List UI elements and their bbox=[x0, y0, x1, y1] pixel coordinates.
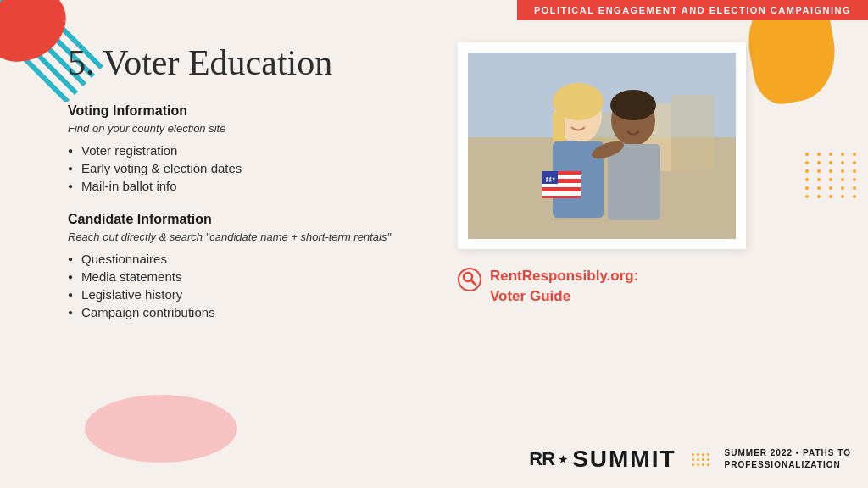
svg-rect-17 bbox=[608, 144, 660, 220]
voting-info-subtitle: Find on your county election site bbox=[68, 122, 407, 135]
svg-rect-9 bbox=[671, 95, 714, 171]
svg-point-27 bbox=[459, 269, 481, 291]
voter-guide-text: RentResponsibly.org: Voter Guide bbox=[490, 266, 638, 307]
list-item: Campaign contributions bbox=[68, 303, 407, 321]
svg-text:★★: ★★ bbox=[545, 178, 553, 183]
summit-subtitle: SUMMER 2022 • PATHS TO PROFESSIONALIZATI… bbox=[725, 447, 851, 471]
list-item: Mail-in ballot info bbox=[68, 177, 407, 195]
candidate-info-subtitle: Reach out directly & search "candidate n… bbox=[68, 230, 407, 243]
top-banner: POLITICAL ENGAGEMENT AND ELECTION CAMPAI… bbox=[517, 0, 868, 20]
summit-text: SUMMIT bbox=[572, 446, 676, 473]
list-item: Voter registration bbox=[68, 141, 407, 159]
page-title: 5. Voter Education bbox=[68, 42, 407, 83]
svg-line-29 bbox=[471, 280, 476, 285]
voting-info-section: Voting Information Find on your county e… bbox=[68, 103, 407, 195]
branding-area: RR ★ SUMMIT SUMMER 2022 • PATHS TO PROFE… bbox=[529, 446, 851, 473]
star-icon: ★ bbox=[558, 452, 569, 466]
list-item: Legislative history bbox=[68, 286, 407, 303]
photo-card: ★★★ ★★ bbox=[458, 42, 746, 249]
voting-info-heading: Voting Information bbox=[68, 103, 407, 119]
candidate-info-section: Candidate Information Reach out directly… bbox=[68, 212, 407, 321]
rr-summit-logo: RR ★ SUMMIT bbox=[529, 446, 676, 473]
svg-rect-21 bbox=[542, 191, 581, 196]
list-item: Media statements bbox=[68, 268, 407, 286]
voter-guide-link[interactable]: RentResponsibly.org: Voter Guide bbox=[458, 266, 638, 307]
main-content: 5. Voter Education Voting Information Fi… bbox=[0, 0, 868, 488]
left-column: 5. Voter Education Voting Information Fi… bbox=[0, 0, 441, 488]
right-column: ★★★ ★★ RentResponsibly.org: Voter Guide bbox=[441, 0, 868, 488]
svg-point-16 bbox=[610, 90, 656, 120]
list-item: Early voting & election dates bbox=[68, 159, 407, 177]
list-item: Questionnaires bbox=[68, 250, 407, 268]
photo-image: ★★★ ★★ bbox=[468, 53, 736, 239]
candidate-info-heading: Candidate Information bbox=[68, 212, 407, 227]
search-icon bbox=[458, 268, 481, 291]
voting-info-list: Voter registration Early voting & electi… bbox=[68, 141, 407, 195]
rr-text: RR bbox=[529, 448, 554, 470]
banner-text: POLITICAL ENGAGEMENT AND ELECTION CAMPAI… bbox=[534, 5, 851, 15]
dotted-divider bbox=[687, 453, 715, 466]
candidate-info-list: Questionnaires Media statements Legislat… bbox=[68, 250, 407, 321]
